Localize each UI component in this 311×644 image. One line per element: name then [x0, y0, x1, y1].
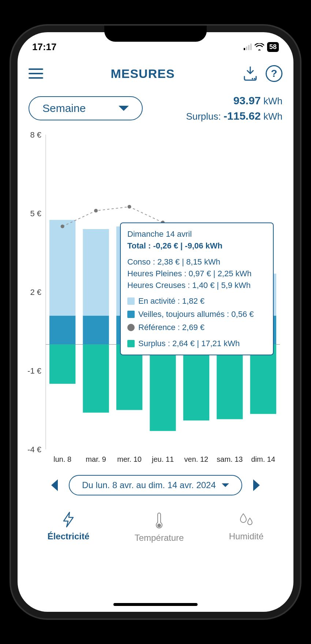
- svg-rect-31: [217, 344, 243, 419]
- swatch-reference-icon: [127, 324, 135, 331]
- signal-icon: [244, 44, 252, 50]
- app-header: MESURES ?: [18, 58, 293, 89]
- svg-text:5 €: 5 €: [30, 209, 41, 218]
- svg-rect-23: [150, 344, 176, 431]
- page-title: MESURES: [110, 67, 175, 81]
- next-period-button[interactable]: [253, 479, 260, 491]
- svg-point-1: [254, 78, 255, 79]
- chevron-down-icon: [222, 483, 229, 487]
- svg-rect-14: [83, 229, 109, 316]
- surplus-value: -115.62: [224, 110, 261, 122]
- tab-temperature-label: Température: [135, 533, 184, 543]
- tooltip-hp: Heures Pleines : 0,97 € | 2,25 kWh: [127, 268, 266, 280]
- svg-text:8 €: 8 €: [30, 131, 41, 139]
- tab-electricity[interactable]: Électricité: [48, 512, 90, 543]
- total-kwh-unit: kWh: [263, 96, 282, 106]
- svg-rect-27: [183, 344, 209, 420]
- thermometer-icon: [155, 512, 164, 529]
- svg-rect-10: [49, 220, 75, 316]
- battery-icon: 58: [267, 42, 279, 52]
- tab-electricity-label: Électricité: [48, 531, 90, 542]
- total-kwh-value: 93.97: [233, 94, 261, 106]
- tooltip-conso: Conso : 2,38 € | 8,15 kWh: [127, 256, 266, 268]
- chart-tooltip: Dimanche 14 avril Total : -0,26 € | -9,0…: [120, 222, 274, 355]
- svg-rect-11: [49, 344, 75, 383]
- svg-text:sam. 13: sam. 13: [217, 455, 243, 463]
- svg-rect-9: [49, 316, 75, 345]
- controls-row: Semaine 93.97 kWh Surplus: -115.62 kWh: [18, 89, 293, 131]
- tooltip-total-value: -0,26 € | -9,06 kWh: [153, 241, 222, 250]
- tooltip-standby: Veilles, toujours allumés : 0,56 €: [138, 308, 254, 320]
- surplus-label: Surplus:: [186, 111, 221, 122]
- chart[interactable]: 8 €5 €2 €-1 €-4 €lun. 8mar. 9mer. 10jeu.…: [18, 131, 293, 468]
- notch: [104, 26, 207, 42]
- bottom-tabs: Électricité Température Humidité: [18, 503, 293, 543]
- svg-text:mar. 9: mar. 9: [86, 455, 106, 463]
- bolt-icon: [62, 512, 75, 528]
- status-time: 17:17: [32, 41, 57, 53]
- date-nav: Du lun. 8 avr. au dim. 14 avr. 2024: [18, 468, 293, 503]
- tooltip-active: En activité : 1,82 €: [138, 295, 205, 307]
- svg-text:mer. 10: mer. 10: [117, 455, 142, 463]
- tab-temperature[interactable]: Température: [135, 512, 184, 543]
- phone-screen: 17:17 58 MESURES ? Semaine: [18, 32, 293, 612]
- tooltip-hc: Heures Creuses : 1,40 € | 5,9 kWh: [127, 280, 266, 291]
- droplets-icon: [238, 512, 254, 528]
- svg-text:lun. 8: lun. 8: [53, 455, 71, 463]
- status-right: 58: [244, 42, 279, 52]
- svg-text:2 €: 2 €: [30, 288, 41, 297]
- totals-block: 93.97 kWh Surplus: -115.62 kWh: [186, 93, 282, 124]
- svg-text:jeu. 11: jeu. 11: [151, 455, 174, 463]
- home-indicator[interactable]: [113, 603, 198, 606]
- svg-point-44: [157, 524, 161, 527]
- tooltip-total-label: Total :: [127, 241, 151, 250]
- tooltip-surplus: Surplus : 2,64 € | 17,21 kWh: [138, 338, 240, 349]
- date-range-select[interactable]: Du lun. 8 avr. au dim. 14 avr. 2024: [69, 475, 242, 495]
- svg-text:-4 €: -4 €: [27, 445, 41, 454]
- date-range-label: Du lun. 8 avr. au dim. 14 avr. 2024: [82, 480, 216, 490]
- period-label: Semaine: [42, 102, 86, 115]
- swatch-surplus-icon: [127, 340, 135, 347]
- svg-text:-1 €: -1 €: [27, 366, 41, 375]
- svg-rect-13: [83, 316, 109, 345]
- prev-period-button[interactable]: [51, 479, 58, 491]
- chevron-down-icon: [119, 106, 129, 111]
- tab-humidity[interactable]: Humidité: [229, 512, 264, 543]
- swatch-standby-icon: [127, 311, 135, 318]
- menu-icon[interactable]: [29, 68, 43, 79]
- svg-rect-15: [83, 344, 109, 412]
- surplus-unit: kWh: [263, 111, 282, 122]
- help-icon[interactable]: ?: [266, 65, 282, 82]
- tab-humidity-label: Humidité: [229, 531, 264, 542]
- svg-point-37: [61, 225, 64, 228]
- svg-text:ven. 12: ven. 12: [184, 455, 209, 463]
- tooltip-reference: Référence : 2,69 €: [138, 322, 205, 333]
- tooltip-date: Dimanche 14 avril: [127, 228, 266, 240]
- swatch-active-icon: [127, 297, 135, 305]
- download-icon[interactable]: [242, 65, 258, 82]
- svg-point-38: [94, 209, 98, 213]
- svg-point-39: [128, 205, 131, 209]
- period-select[interactable]: Semaine: [29, 96, 143, 120]
- svg-point-0: [252, 78, 253, 79]
- phone-frame: 17:17 58 MESURES ? Semaine: [11, 26, 300, 618]
- wifi-icon: [255, 43, 264, 50]
- svg-text:dim. 14: dim. 14: [251, 455, 275, 463]
